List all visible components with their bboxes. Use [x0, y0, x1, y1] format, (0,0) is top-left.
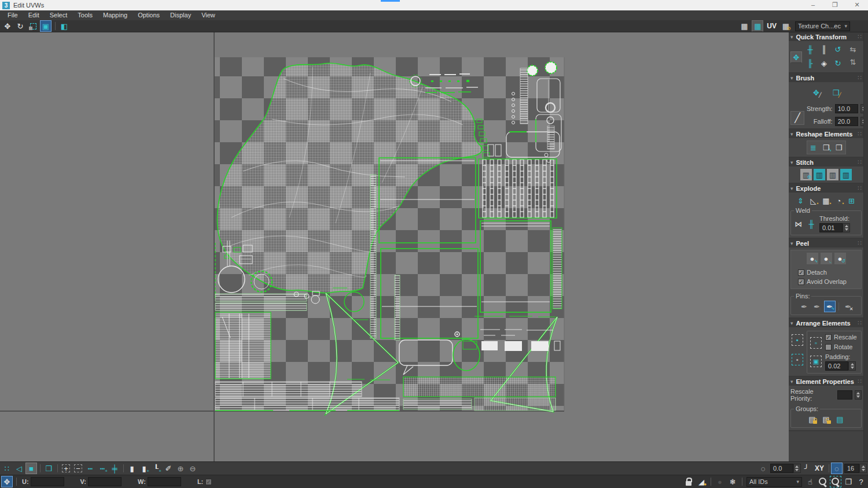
- relax-until-flat-icon[interactable]: ❒ϟ: [821, 142, 832, 153]
- threshold-spinner[interactable]: [843, 223, 850, 232]
- rollout-header-explode[interactable]: Explode: [789, 184, 863, 193]
- grow-selection-icon[interactable]: +: [60, 463, 72, 474]
- separator[interactable]: [14, 476, 19, 487]
- separator[interactable]: [53, 20, 57, 32]
- break-by-angle-icon[interactable]: ◺▪: [808, 195, 819, 206]
- uv-viewport-svg[interactable]: [0, 32, 789, 461]
- threshold-field[interactable]: 0.01: [819, 223, 843, 232]
- restore-button[interactable]: ❐: [824, 0, 846, 10]
- brush-falloff-curve-icon[interactable]: ╱: [790, 111, 804, 125]
- zoom-icon[interactable]: [817, 476, 829, 487]
- zoom-region-icon[interactable]: [830, 476, 841, 487]
- avoid-overlap-checkbox[interactable]: ✓: [798, 279, 804, 285]
- rotate-checkbox[interactable]: [825, 344, 832, 350]
- menu-display[interactable]: Display: [165, 10, 196, 20]
- move-icon[interactable]: ✥: [2, 20, 13, 32]
- reset-peel-icon[interactable]: ●↺: [834, 253, 846, 264]
- menu-view[interactable]: View: [196, 10, 220, 20]
- stitch-to-source-icon[interactable]: ▥: [827, 169, 838, 180]
- stitch-custom-icon[interactable]: ▥⚙: [800, 169, 812, 180]
- rescale-priority-spinner[interactable]: [855, 390, 862, 400]
- unpin-selected-icon[interactable]: ✒✕: [843, 301, 854, 312]
- align-vertically-icon[interactable]: ║: [818, 43, 830, 55]
- zoom-extents-icon[interactable]: ❐: [843, 476, 854, 487]
- stitch-to-average-icon[interactable]: ▥: [840, 169, 852, 180]
- uv-shell-strip-2[interactable]: [395, 275, 400, 340]
- quick-peel-icon[interactable]: ●ϟ: [807, 253, 818, 264]
- uv-shell-strip-1[interactable]: [370, 175, 376, 338]
- rollout-header-brush[interactable]: Brush: [789, 73, 863, 82]
- straighten-selection-icon[interactable]: ≣: [808, 142, 819, 153]
- u-field[interactable]: [31, 477, 64, 486]
- rollout-header-arrange[interactable]: Arrange Elements: [789, 319, 863, 327]
- transform-typein-icon[interactable]: ✥: [1, 476, 13, 487]
- edge-mode-icon[interactable]: ◁: [13, 463, 25, 474]
- mirror-icon[interactable]: ◧: [58, 20, 70, 32]
- column-select-icon[interactable]: ▮: [126, 463, 138, 474]
- menu-options[interactable]: Options: [133, 10, 165, 20]
- target-weld-icon[interactable]: ╫: [806, 218, 817, 230]
- rollout-header-stitch[interactable]: Stitch: [789, 158, 863, 167]
- menu-edit[interactable]: Edit: [23, 10, 45, 20]
- freeform-mode-icon[interactable]: ▣: [40, 20, 52, 32]
- vertex-mode-icon[interactable]: ∷: [1, 463, 13, 474]
- freeze-icon[interactable]: ❄: [727, 476, 738, 487]
- select-ring-icon[interactable]: ╪: [109, 463, 120, 474]
- group-select-icon[interactable]: ▤: [821, 413, 832, 425]
- falloff-field[interactable]: 20.0: [835, 117, 858, 126]
- relax-brush-icon[interactable]: ❒╱: [830, 87, 842, 98]
- grow-loop-icon[interactable]: ┅+: [97, 463, 108, 474]
- separator[interactable]: [740, 476, 744, 487]
- pan-icon[interactable]: ☝: [804, 476, 816, 487]
- group-create-icon[interactable]: ▤: [807, 413, 818, 425]
- minimize-button[interactable]: –: [802, 0, 824, 10]
- uv-shell-radiator[interactable]: [479, 159, 557, 218]
- menu-select[interactable]: Select: [45, 10, 73, 20]
- break-by-edge-icon[interactable]: ⇕: [795, 195, 807, 206]
- rollout-header-element-properties[interactable]: Element Properties: [789, 377, 863, 386]
- padding-spinner[interactable]: [848, 361, 856, 371]
- paint-select-icon[interactable]: ✐: [163, 463, 174, 474]
- help-icon[interactable]: ?: [855, 476, 867, 487]
- align-horizontally-icon[interactable]: ╫: [804, 43, 816, 55]
- uv-shell-dense-blocks[interactable]: [403, 377, 556, 411]
- separator[interactable]: [38, 463, 42, 474]
- unpin-tool-icon[interactable]: ✒✕: [811, 301, 823, 312]
- panel-scrollbar[interactable]: [863, 32, 868, 461]
- v-field[interactable]: [88, 477, 122, 486]
- uv-canvas[interactable]: [0, 32, 789, 461]
- material-id-dropdown[interactable]: All IDs: [746, 477, 802, 487]
- brush-size-spinner[interactable]: [859, 464, 867, 473]
- pack-region-icon[interactable]: ▣: [809, 354, 823, 368]
- separator[interactable]: [55, 463, 60, 474]
- rotate-ccw-icon[interactable]: ↺: [832, 43, 844, 55]
- rescale-checkbox[interactable]: ✓: [825, 334, 832, 341]
- softsel-axis-label[interactable]: XY: [815, 464, 824, 472]
- paint-subtract-icon[interactable]: ⊖: [187, 463, 198, 474]
- hide-icon[interactable]: ●: [714, 476, 726, 487]
- shrink-selection-icon[interactable]: −: [72, 463, 84, 474]
- falloff-curve-icon[interactable]: ╯: [801, 463, 812, 474]
- break-by-smoothing-icon[interactable]: ◔▪: [833, 195, 845, 206]
- row-select-icon[interactable]: ┖+: [150, 463, 162, 474]
- close-button[interactable]: ✕: [846, 0, 868, 10]
- menu-tools[interactable]: Tools: [72, 10, 98, 20]
- menu-file[interactable]: File: [2, 10, 23, 20]
- ungroup-icon[interactable]: ▤: [834, 413, 846, 425]
- rollout-header-quick-transform[interactable]: Quick Transform: [789, 32, 863, 41]
- weld-selected-icon[interactable]: ⋈: [793, 218, 804, 230]
- polygon-mode-icon[interactable]: ■: [25, 463, 37, 474]
- w-field[interactable]: [148, 477, 181, 486]
- filter-selected-faces-icon[interactable]: ◢●: [696, 476, 707, 487]
- brush-size-field[interactable]: 16: [844, 464, 859, 473]
- space-evenly-icon[interactable]: ◈: [818, 57, 830, 69]
- uv-channel-label[interactable]: UV: [767, 22, 777, 30]
- uv-shell-ladder[interactable]: [553, 228, 562, 309]
- lock-selection-icon[interactable]: [683, 476, 694, 487]
- rollout-header-reshape[interactable]: Reshape Elements: [789, 130, 863, 138]
- move-selected-icon[interactable]: ✥: [790, 51, 802, 63]
- texture-dropdown[interactable]: Texture Ch...ecker.png): [795, 21, 850, 31]
- pack-normalize-icon[interactable]: ▪: [790, 333, 804, 347]
- soft-selection-icon[interactable]: ◌: [757, 463, 769, 474]
- element-mode-icon[interactable]: ❒: [43, 463, 54, 474]
